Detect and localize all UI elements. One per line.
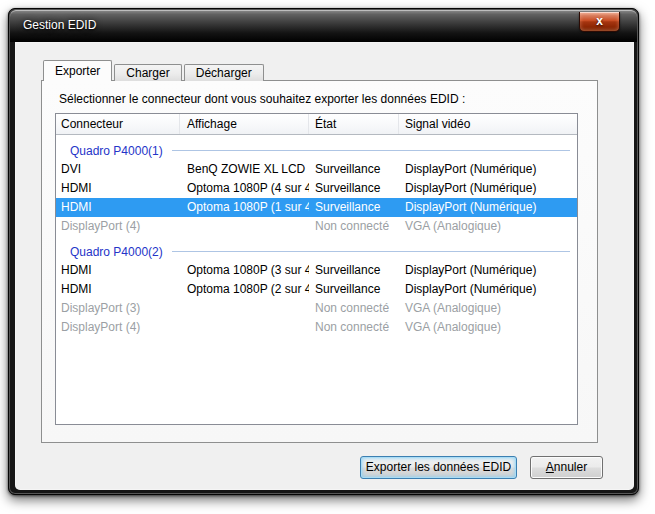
tab-strip: ExporterChargerDécharger (43, 60, 266, 81)
table-row[interactable]: HDMIOptoma 1080P (1 sur 4)SurveillanceDi… (56, 198, 577, 217)
table-row[interactable]: DisplayPort (3)Non connectéVGA (Analogiq… (56, 299, 577, 318)
cell-display: Optoma 1080P (2 sur 4) (180, 280, 309, 299)
titlebar[interactable]: Gestion EDID x (10, 10, 637, 42)
close-icon: x (596, 14, 603, 28)
table-row[interactable]: HDMIOptoma 1080P (4 sur 4)SurveillanceDi… (56, 179, 577, 198)
window-title: Gestion EDID (23, 18, 96, 32)
table-row[interactable]: DisplayPort (4)Non connectéVGA (Analogiq… (56, 217, 577, 236)
cell-display: BenQ ZOWIE XL LCD (180, 160, 309, 179)
cell-signal: DisplayPort (Numérique) (399, 280, 577, 299)
column-header-affichage[interactable]: Affichage (180, 114, 309, 134)
connector-list[interactable]: ConnecteurAffichageÉtatSignal vidéo Quad… (55, 113, 578, 425)
group-header: Quadro P4000(1) (56, 141, 577, 160)
cell-connector: HDMI (56, 261, 180, 280)
cell-signal: VGA (Analogique) (399, 318, 577, 337)
cell-connector: HDMI (56, 280, 180, 299)
group-separator-line (172, 150, 570, 151)
cell-state: Non connecté (309, 318, 399, 337)
column-header-connecteur[interactable]: Connecteur (56, 114, 180, 134)
table-row[interactable]: HDMIOptoma 1080P (2 sur 4)SurveillanceDi… (56, 280, 577, 299)
group-name: Quadro P4000(2) (56, 245, 163, 259)
cell-connector: DisplayPort (3) (56, 299, 180, 318)
list-header: ConnecteurAffichageÉtatSignal vidéo (56, 114, 577, 135)
cell-display: Optoma 1080P (4 sur 4) (180, 179, 309, 198)
cell-state: Surveillance (309, 280, 399, 299)
cell-state: Surveillance (309, 198, 399, 217)
cell-signal: DisplayPort (Numérique) (399, 179, 577, 198)
cell-signal: VGA (Analogique) (399, 299, 577, 318)
table-row[interactable]: DVIBenQ ZOWIE XL LCDSurveillanceDisplayP… (56, 160, 577, 179)
tab-page-exporter: Sélectionner le connecteur dont vous sou… (41, 80, 598, 443)
list-rows: Quadro P4000(1)DVIBenQ ZOWIE XL LCDSurve… (56, 141, 577, 337)
table-row[interactable]: DisplayPort (4)Non connectéVGA (Analogiq… (56, 318, 577, 337)
cell-state: Surveillance (309, 261, 399, 280)
cell-signal: DisplayPort (Numérique) (399, 261, 577, 280)
group-separator-line (172, 251, 570, 252)
cell-display (180, 299, 309, 318)
close-button[interactable]: x (579, 12, 620, 32)
cancel-button[interactable]: Annuler (530, 456, 603, 479)
tab-charger[interactable]: Charger (114, 64, 181, 81)
cell-state: Non connecté (309, 299, 399, 318)
cell-display (180, 318, 309, 337)
instruction-label: Sélectionner le connecteur dont vous sou… (59, 92, 465, 106)
table-row[interactable]: HDMIOptoma 1080P (3 sur 4)SurveillanceDi… (56, 261, 577, 280)
cell-display: Optoma 1080P (1 sur 4) (180, 198, 309, 217)
cell-connector: HDMI (56, 179, 180, 198)
cell-signal: DisplayPort (Numérique) (399, 198, 577, 217)
export-edid-button[interactable]: Exporter les données EDID (360, 456, 517, 479)
group-header: Quadro P4000(2) (56, 242, 577, 261)
column-header-etat[interactable]: État (309, 114, 399, 134)
cell-connector: HDMI (56, 198, 180, 217)
cell-display (180, 217, 309, 236)
cell-state: Surveillance (309, 179, 399, 198)
cell-connector: DisplayPort (4) (56, 318, 180, 337)
group-name: Quadro P4000(1) (56, 144, 163, 158)
dialog-content: ExporterChargerDécharger Sélectionner le… (15, 42, 634, 490)
tab-exporter[interactable]: Exporter (43, 60, 112, 81)
tab-decharger[interactable]: Décharger (184, 64, 264, 81)
cell-connector: DVI (56, 160, 180, 179)
cell-state: Surveillance (309, 160, 399, 179)
cell-display: Optoma 1080P (3 sur 4) (180, 261, 309, 280)
cell-state: Non connecté (309, 217, 399, 236)
cell-signal: DisplayPort (Numérique) (399, 160, 577, 179)
cell-connector: DisplayPort (4) (56, 217, 180, 236)
column-header-signal-video[interactable]: Signal vidéo (399, 114, 577, 134)
cell-signal: VGA (Analogique) (399, 217, 577, 236)
dialog-window: Gestion EDID x ExporterChargerDécharger … (8, 8, 639, 495)
